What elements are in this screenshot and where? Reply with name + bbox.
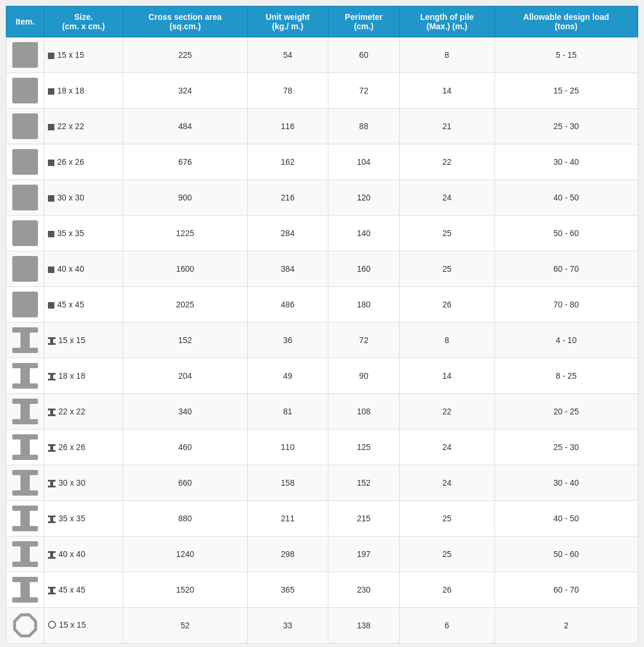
size-value: 45 x 45 — [57, 300, 84, 309]
header-perimeter: Perimeter(cm.) — [328, 6, 399, 37]
size-value: 26 x 26 — [57, 157, 84, 167]
unit_weight-cell: 49 — [247, 358, 328, 394]
unit_weight-cell: 81 — [247, 394, 328, 430]
size-value: 18 x 18 — [57, 86, 84, 95]
size-cell: 30 x 30 — [44, 465, 123, 501]
table-row: 35 x 358802112152540 - 50 — [6, 501, 638, 537]
perimeter-cell: 90 — [328, 358, 399, 394]
size-cell: 45 x 45 — [44, 572, 123, 608]
cross-cell: 1520 — [123, 572, 247, 608]
length-cell: 6 — [399, 608, 494, 643]
length-cell: 22 — [399, 144, 494, 180]
size-cell: 40 x 40 — [44, 537, 123, 572]
unit_weight-cell: 78 — [247, 73, 328, 109]
item-icon-cell — [6, 465, 44, 501]
size-cell: 18 x 18 — [44, 358, 123, 394]
item-icon-cell — [6, 394, 44, 430]
load-cell: 30 - 40 — [494, 144, 638, 180]
header-unit-weight: Unit weight(kg./ m.) — [247, 6, 328, 37]
size-cell: 15 x 15 — [44, 323, 123, 358]
table-row: 26 x 266761621042230 - 40 — [6, 144, 638, 180]
cross-cell: 460 — [123, 430, 247, 465]
cross-cell: 880 — [123, 501, 247, 537]
item-icon-cell — [6, 537, 44, 572]
header-length: Length of pile(Max.) (m.) — [399, 6, 494, 37]
perimeter-cell: 120 — [328, 180, 399, 216]
table-row: 18 x 1832478721415 - 25 — [6, 73, 638, 109]
length-cell: 25 — [399, 537, 494, 572]
load-cell: 5 - 15 — [494, 37, 638, 73]
table-row: 30 x 309002161202440 - 50 — [6, 180, 638, 216]
length-cell: 24 — [399, 430, 494, 465]
size-cell: 35 x 35 — [44, 501, 123, 537]
size-value: 30 x 30 — [57, 193, 84, 202]
table-row: 18 x 182044990148 - 25 — [6, 358, 638, 394]
size-value: 35 x 35 — [57, 229, 84, 238]
length-cell: 8 — [399, 37, 494, 73]
size-value: 40 x 40 — [58, 549, 85, 559]
unit_weight-cell: 384 — [247, 251, 328, 287]
table-row: 26 x 264601101252425 - 30 — [6, 430, 638, 465]
unit_weight-cell: 33 — [247, 608, 328, 643]
item-icon-cell — [6, 572, 44, 608]
item-icon-cell — [6, 180, 44, 216]
item-icon-cell — [6, 430, 44, 465]
size-value: 35 x 35 — [58, 514, 85, 523]
unit_weight-cell: 298 — [247, 537, 328, 572]
size-value: 45 x 45 — [58, 585, 85, 594]
load-cell: 8 - 25 — [494, 358, 638, 394]
cross-cell: 1600 — [123, 251, 247, 287]
perimeter-cell: 152 — [328, 465, 399, 501]
perimeter-cell: 108 — [328, 394, 399, 430]
perimeter-cell: 72 — [328, 73, 399, 109]
cross-cell: 52 — [123, 608, 247, 643]
unit_weight-cell: 216 — [247, 180, 328, 216]
size-cell: 26 x 26 — [44, 144, 123, 180]
perimeter-cell: 230 — [328, 572, 399, 608]
size-value: 15 x 15 — [58, 335, 85, 345]
perimeter-cell: 140 — [328, 216, 399, 251]
header-size: Size.(cm. x cm.) — [44, 6, 123, 37]
cross-cell: 1240 — [123, 537, 247, 572]
length-cell: 22 — [399, 394, 494, 430]
perimeter-cell: 104 — [328, 144, 399, 180]
item-icon-cell — [6, 109, 44, 144]
size-cell: 22 x 22 — [44, 109, 123, 144]
item-icon-cell — [6, 216, 44, 251]
length-cell: 14 — [399, 358, 494, 394]
size-cell: 40 x 40 — [44, 251, 123, 287]
table-row: 15 x 15523313862 — [6, 608, 638, 643]
header-load: Allowable design load(tons) — [494, 6, 638, 37]
length-cell: 21 — [399, 109, 494, 144]
cross-cell: 152 — [123, 323, 247, 358]
size-cell: 45 x 45 — [44, 287, 123, 323]
load-cell: 2 — [494, 608, 638, 643]
size-value: 40 x 40 — [57, 264, 84, 274]
length-cell: 25 — [399, 251, 494, 287]
cross-cell: 660 — [123, 465, 247, 501]
cross-cell: 225 — [123, 37, 247, 73]
unit_weight-cell: 162 — [247, 144, 328, 180]
load-cell: 15 - 25 — [494, 73, 638, 109]
table-row: 30 x 306601581522430 - 40 — [6, 465, 638, 501]
cross-cell: 484 — [123, 109, 247, 144]
cross-cell: 1225 — [123, 216, 247, 251]
unit_weight-cell: 158 — [247, 465, 328, 501]
table-row: 45 x 4515203652302660 - 70 — [6, 572, 638, 608]
size-value: 30 x 30 — [58, 478, 85, 487]
unit_weight-cell: 36 — [247, 323, 328, 358]
perimeter-cell: 197 — [328, 537, 399, 572]
length-cell: 25 — [399, 216, 494, 251]
item-icon-cell — [6, 358, 44, 394]
perimeter-cell: 215 — [328, 501, 399, 537]
size-cell: 22 x 22 — [44, 394, 123, 430]
length-cell: 24 — [399, 180, 494, 216]
table-row: 22 x 22340811082220 - 25 — [6, 394, 638, 430]
table-row: 45 x 4520254861802670 - 80 — [6, 287, 638, 323]
length-cell: 24 — [399, 465, 494, 501]
table-row: 22 x 22484116882125 - 30 — [6, 109, 638, 144]
size-cell: 15 x 15 — [44, 608, 123, 643]
load-cell: 40 - 50 — [494, 180, 638, 216]
perimeter-cell: 60 — [328, 37, 399, 73]
item-icon-cell — [6, 251, 44, 287]
